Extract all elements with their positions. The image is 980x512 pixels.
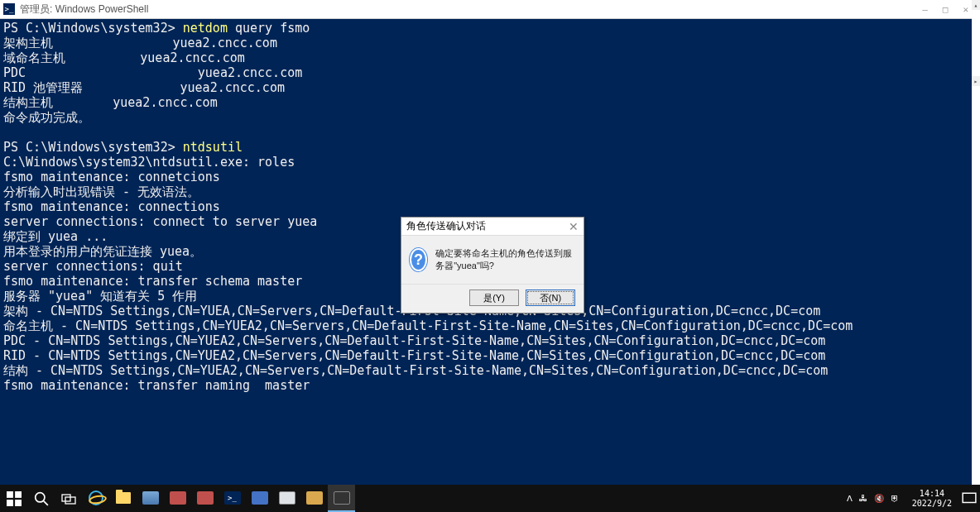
prompt: PS C:\Windows\system32> [3,140,183,155]
taskbar-left: >_ [0,485,355,512]
start-button[interactable] [0,485,27,512]
taskbar-app-explorer[interactable] [109,485,137,512]
clock-date: 2022/9/2 [912,499,952,509]
no-button[interactable]: 否(N) [526,289,575,306]
taskbar-right: ᐱ 🖧 🔇 ⛨ 14:14 2022/9/2 [840,485,980,512]
taskbar-app-5[interactable] [300,485,328,512]
svg-rect-0 [7,491,13,498]
dialog-title-text: 角色传送确认对话 [406,219,486,233]
server-icon [142,491,159,505]
scroll-up-icon[interactable]: ▴ [972,0,980,10]
taskbar: >_ ᐱ 🖧 🔇 ⛨ 14:14 2022/9/2 [0,485,980,512]
dialog-buttons: 是(Y) 否(N) [401,284,584,313]
close-button[interactable]: ✕ [963,4,968,15]
question-icon: ? [410,248,427,271]
svg-point-4 [35,492,44,501]
taskbar-app-2[interactable] [191,485,219,512]
taskbar-app-4[interactable] [273,485,300,512]
search-button[interactable] [27,485,55,512]
output-block: 架构主机 yuea2.cncc.com 域命名主机 yuea2.cncc.com… [3,36,302,125]
tray-shield-icon[interactable]: ⛨ [891,494,899,503]
app-icon [279,491,295,505]
taskbar-clock[interactable]: 14:14 2022/9/2 [906,489,958,509]
command: ntdsutil [183,140,243,155]
app-icon [197,491,214,505]
maximize-button[interactable]: □ [943,4,949,15]
powershell-taskbar-icon: >_ [224,491,241,505]
svg-rect-6 [62,495,70,501]
prompt: PS C:\Windows\system32> [3,21,183,36]
titlebar: >_ 管理员: Windows PowerShell — □ ✕ [0,0,972,19]
command: netdom [183,21,228,36]
scroll-marker-icon[interactable]: ▸ [972,76,980,86]
window-title: 管理员: Windows PowerShell [20,2,148,17]
dialog-body: ? 确定要将命名主机的角色传送到服务器"yuea"吗? [401,236,584,284]
svg-line-5 [43,500,47,505]
taskbar-app-server[interactable] [137,485,164,512]
svg-rect-2 [7,500,13,506]
svg-rect-8 [963,493,976,502]
app-icon [252,491,268,505]
ie-icon [89,490,103,505]
terminal-output[interactable]: PS C:\Windows\system32> netdom query fsm… [0,19,972,395]
taskview-button[interactable] [55,485,82,512]
tray-sound-icon[interactable]: 🔇 [874,494,884,503]
scrollbar[interactable]: ▴ ▸ [972,0,980,485]
system-tray[interactable]: ᐱ 🖧 🔇 ⛨ [840,494,906,503]
app-icon [306,491,323,505]
powershell-icon: >_ [3,3,15,15]
yes-button[interactable]: 是(Y) [469,289,519,306]
window-controls: — □ ✕ [922,4,968,15]
app-icon [170,491,186,505]
taskbar-app-1[interactable] [164,485,191,512]
tray-network-icon[interactable]: 🖧 [859,494,867,503]
taskbar-app-powershell[interactable]: >_ [219,485,246,512]
tray-chevron-icon[interactable]: ᐱ [847,494,853,503]
confirm-dialog: 角色传送确认对话 ✕ ? 确定要将命名主机的角色传送到服务器"yuea"吗? 是… [401,217,584,313]
folder-icon [116,492,131,504]
svg-rect-1 [15,491,22,498]
svg-rect-3 [15,500,22,506]
minimize-button[interactable]: — [922,4,928,15]
clock-time: 14:14 [912,489,952,499]
terminal-icon [334,491,350,505]
dialog-titlebar: 角色传送确认对话 ✕ [401,218,584,236]
taskbar-app-ie[interactable] [82,485,109,512]
dialog-message: 确定要将命名主机的角色传送到服务器"yuea"吗? [435,247,575,272]
command-args: query fsmo [228,21,310,36]
taskbar-app-3[interactable] [246,485,273,512]
notifications-button[interactable] [958,485,980,512]
dialog-close-button[interactable]: ✕ [569,220,579,233]
taskbar-app-active[interactable] [328,485,355,512]
